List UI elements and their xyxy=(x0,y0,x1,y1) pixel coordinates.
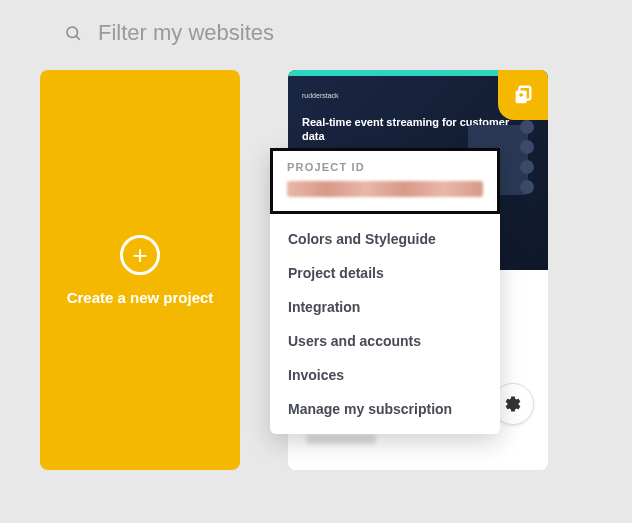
create-project-label: Create a new project xyxy=(67,289,214,306)
create-project-card[interactable]: + Create a new project xyxy=(40,70,240,470)
project-id-label: PROJECT ID xyxy=(287,161,483,173)
dropdown-list: Colors and Styleguide Project details In… xyxy=(270,214,500,426)
plus-icon: + xyxy=(120,235,160,275)
project-id-value[interactable] xyxy=(287,181,483,197)
filter-websites-input[interactable] xyxy=(98,20,398,46)
copy-badge[interactable] xyxy=(498,70,548,120)
gear-icon xyxy=(504,395,522,413)
svg-line-1 xyxy=(76,36,79,39)
dropdown-item-invoices[interactable]: Invoices xyxy=(270,358,500,392)
svg-point-0 xyxy=(67,27,78,38)
dropdown-item-colors[interactable]: Colors and Styleguide xyxy=(270,222,500,256)
copy-icon xyxy=(512,84,534,106)
dropdown-item-subscription[interactable]: Manage my subscription xyxy=(270,392,500,426)
dropdown-item-details[interactable]: Project details xyxy=(270,256,500,290)
dropdown-item-integration[interactable]: Integration xyxy=(270,290,500,324)
project-id-box: PROJECT ID xyxy=(270,148,500,214)
dropdown-item-users[interactable]: Users and accounts xyxy=(270,324,500,358)
project-dropdown: PROJECT ID Colors and Styleguide Project… xyxy=(270,148,500,434)
search-icon xyxy=(64,24,82,42)
